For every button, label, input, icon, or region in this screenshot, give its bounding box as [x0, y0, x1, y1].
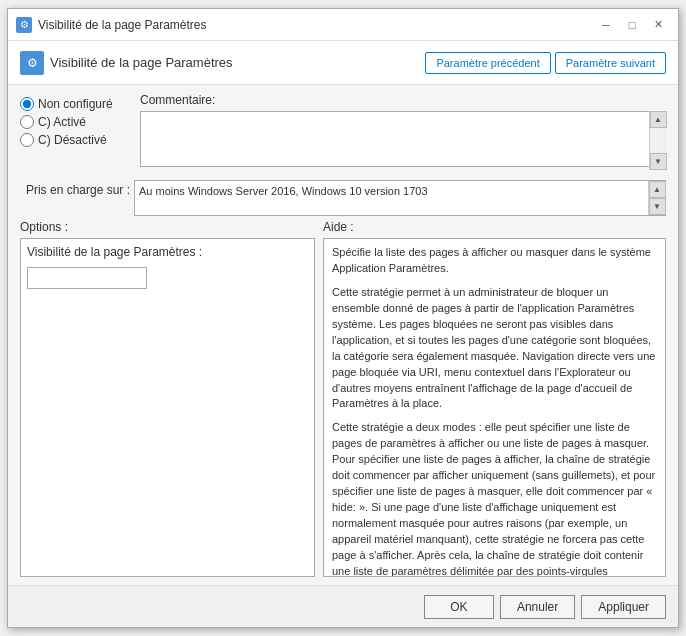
radio-label-desactive: C) Désactivé — [38, 133, 107, 147]
window-title: Visibilité de la page Paramètres — [38, 18, 207, 32]
comment-input-wrap: ▲ ▼ — [140, 111, 666, 170]
options-box: Visibilité de la page Paramètres : — [20, 238, 315, 577]
radio-non-configure[interactable] — [20, 97, 34, 111]
bottom-bar: OK Annuler Appliquer — [8, 585, 678, 627]
header-icon: ⚙ — [20, 51, 44, 75]
next-button[interactable]: Paramètre suivant — [555, 52, 666, 74]
scroll-up-btn[interactable]: ▲ — [650, 111, 667, 128]
radio-active[interactable] — [20, 115, 34, 129]
header-bar: ⚙ Visibilité de la page Paramètres Param… — [8, 41, 678, 85]
radio-group: Non configuré C) Activé C) Désactivé — [20, 93, 140, 170]
options-box-label: Visibilité de la page Paramètres : — [27, 245, 308, 259]
main-window: ⚙ Visibilité de la page Paramètres ─ □ ✕… — [7, 8, 679, 628]
radio-item-non-configure: Non configuré — [20, 97, 140, 111]
support-value-wrap: Au moins Windows Server 2016, Windows 10… — [134, 180, 666, 216]
help-text: Spécifie la liste des pages à afficher o… — [332, 245, 657, 577]
close-button[interactable]: ✕ — [646, 14, 670, 36]
support-row: Pris en charge sur : Au moins Windows Se… — [20, 180, 666, 216]
radio-item-desactive: C) Désactivé — [20, 133, 140, 147]
prev-button[interactable]: Paramètre précédent — [425, 52, 550, 74]
comment-label: Commentaire: — [140, 93, 666, 107]
maximize-button[interactable]: □ — [620, 14, 644, 36]
title-bar-left: ⚙ Visibilité de la page Paramètres — [16, 17, 207, 33]
help-box[interactable]: Spécifie la liste des pages à afficher o… — [323, 238, 666, 577]
radio-desactive[interactable] — [20, 133, 34, 147]
ok-button[interactable]: OK — [424, 595, 494, 619]
support-label: Pris en charge sur : — [20, 180, 130, 197]
comment-area: Commentaire: ▲ ▼ — [140, 93, 666, 170]
support-scroll-up[interactable]: ▲ — [649, 181, 666, 198]
comment-scrollbar[interactable]: ▲ ▼ — [649, 111, 666, 170]
title-bar: ⚙ Visibilité de la page Paramètres ─ □ ✕ — [8, 9, 678, 41]
radio-item-active: C) Activé — [20, 115, 140, 129]
help-paragraph-2: Cette stratégie a deux modes : elle peut… — [332, 420, 657, 577]
support-scroll-down[interactable]: ▼ — [649, 198, 666, 215]
support-scrollbar[interactable]: ▲ ▼ — [648, 181, 665, 215]
window-icon: ⚙ — [16, 17, 32, 33]
support-value: Au moins Windows Server 2016, Windows 10… — [135, 181, 648, 215]
nav-buttons: Paramètre précédent Paramètre suivant — [425, 52, 666, 74]
left-panel: Options : Visibilité de la page Paramètr… — [20, 220, 315, 577]
options-input[interactable] — [27, 267, 147, 289]
scroll-down-btn[interactable]: ▼ — [650, 153, 667, 170]
comment-textarea[interactable] — [140, 111, 666, 167]
cancel-button[interactable]: Annuler — [500, 595, 575, 619]
header-title: Visibilité de la page Paramètres — [50, 55, 419, 70]
help-paragraph-1: Cette stratégie permet à un administrate… — [332, 285, 657, 413]
apply-button[interactable]: Appliquer — [581, 595, 666, 619]
content-area: Non configuré C) Activé C) Désactivé Com… — [8, 85, 678, 585]
two-columns: Options : Visibilité de la page Paramètr… — [20, 220, 666, 577]
title-controls: ─ □ ✕ — [594, 14, 670, 36]
help-paragraph-0: Spécifie la liste des pages à afficher o… — [332, 245, 657, 277]
radio-label-active: C) Activé — [38, 115, 86, 129]
minimize-button[interactable]: ─ — [594, 14, 618, 36]
right-panel: Aide : Spécifie la liste des pages à aff… — [323, 220, 666, 577]
help-label: Aide : — [323, 220, 666, 234]
options-label: Options : — [20, 220, 315, 234]
top-section: Non configuré C) Activé C) Désactivé Com… — [20, 93, 666, 170]
radio-label-non-configure: Non configuré — [38, 97, 113, 111]
